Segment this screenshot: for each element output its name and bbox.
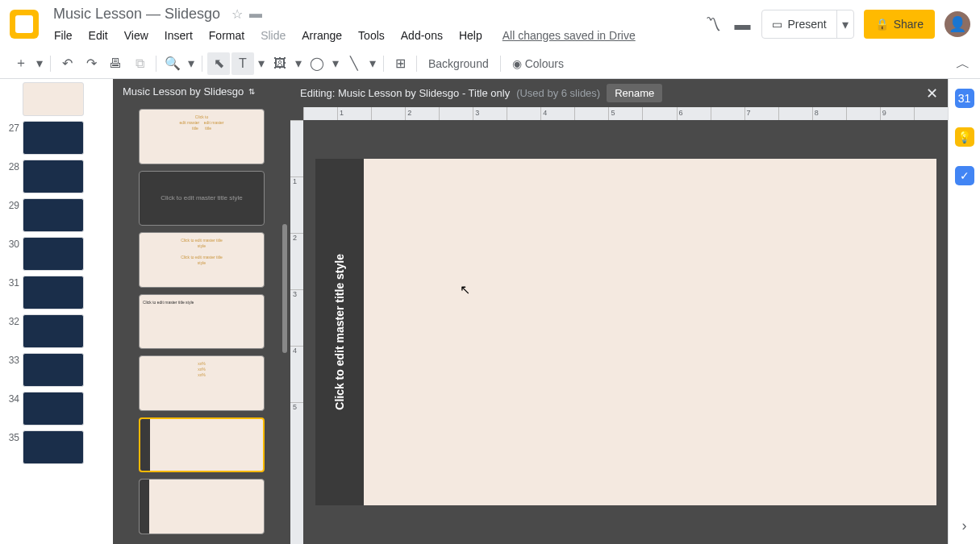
move-icon[interactable]: ▬ <box>249 6 262 21</box>
slide-thumbnail[interactable] <box>23 392 84 426</box>
master-scrollbar[interactable] <box>282 224 287 353</box>
background-button[interactable]: Background <box>422 57 495 70</box>
menu-format[interactable]: Format <box>203 26 250 45</box>
canvas-area[interactable]: Click to edit master title style <box>303 120 948 544</box>
slide-thumbnail[interactable] <box>23 276 84 309</box>
doc-title[interactable]: Music Lesson — Slidesgo <box>48 4 225 24</box>
slide-number: 34 <box>3 392 19 405</box>
slide-canvas[interactable]: Click to edit master title style <box>315 159 936 505</box>
expand-sidebar-icon[interactable]: › <box>962 517 967 534</box>
menu-view[interactable]: View <box>119 26 154 45</box>
save-status[interactable]: All changes saved in Drive <box>503 29 636 42</box>
title-placeholder[interactable]: Click to edit master title style <box>333 254 346 410</box>
slide-number <box>3 82 19 84</box>
palette-icon: ◉ <box>512 57 522 70</box>
tasks-sidebar-icon[interactable]: ✓ <box>955 166 974 185</box>
vertical-ruler[interactable]: 12345 <box>290 120 303 544</box>
slide-thumbnail[interactable] <box>23 82 84 116</box>
filmstrip[interactable]: 272829303132333435 <box>0 79 113 544</box>
present-icon: ▭ <box>772 18 782 31</box>
slide-thumbnail[interactable] <box>23 198 84 232</box>
slide-number: 32 <box>3 314 19 327</box>
master-dropdown-icon[interactable]: ⇅ <box>248 87 255 96</box>
select-tool[interactable]: ⬉ <box>207 52 230 75</box>
slide-thumbnail[interactable] <box>23 353 84 387</box>
slide-thumbnail[interactable] <box>23 160 84 193</box>
slide-thumbnail[interactable] <box>23 121 84 155</box>
close-master-editor[interactable]: ✕ <box>926 85 938 102</box>
slide-number: 35 <box>3 430 19 443</box>
line-tool[interactable]: ╲ <box>343 52 365 75</box>
comments-icon[interactable]: ▬ <box>732 15 752 34</box>
present-label: Present <box>787 18 826 31</box>
colours-button[interactable]: ◉Colours <box>506 57 570 70</box>
horizontal-ruler[interactable]: 123456789 <box>303 107 948 120</box>
account-avatar[interactable]: 👤 <box>945 11 970 37</box>
zoom-button[interactable]: 🔍 <box>161 52 184 75</box>
textbox-tool[interactable]: T <box>231 52 254 75</box>
paint-format-button[interactable]: ⧉ <box>128 52 151 75</box>
keep-sidebar-icon[interactable]: 💡 <box>955 127 974 147</box>
zoom-dropdown[interactable]: ▾ <box>186 52 197 75</box>
master-layout-thumbnail[interactable] <box>139 417 265 473</box>
shape-dropdown[interactable]: ▾ <box>330 52 341 75</box>
master-layout-thumbnail[interactable]: Click to edit master title style <box>139 294 265 350</box>
image-dropdown[interactable]: ▾ <box>293 52 304 75</box>
master-dropdown-title[interactable]: Music Lesson by Slidesgo <box>123 85 244 98</box>
slide-thumbnail[interactable] <box>23 314 84 348</box>
line-dropdown[interactable]: ▾ <box>367 52 378 75</box>
print-button[interactable]: 🖶 <box>104 52 127 75</box>
calendar-sidebar-icon[interactable]: 31 <box>955 89 974 108</box>
menu-addons[interactable]: Add-ons <box>395 26 448 45</box>
share-label: Share <box>894 18 924 31</box>
slide-number: 31 <box>3 276 19 289</box>
textbox-dropdown[interactable]: ▾ <box>256 52 267 75</box>
menu-tools[interactable]: Tools <box>352 26 390 45</box>
menu-help[interactable]: Help <box>453 26 488 45</box>
shape-tool[interactable]: ◯ <box>306 52 328 75</box>
menu-insert[interactable]: Insert <box>159 26 198 45</box>
share-button[interactable]: 🔒 Share <box>864 10 935 39</box>
collapse-toolbar[interactable]: ︿ <box>956 54 970 73</box>
new-slide-dropdown[interactable]: ▾ <box>34 52 45 75</box>
used-by-label: (Used by 6 slides) <box>516 87 600 99</box>
slide-number: 30 <box>3 237 19 250</box>
master-layout-thumbnail[interactable]: xx%xx%xx% <box>139 355 265 411</box>
slide-number: 33 <box>3 353 19 366</box>
slide-number: 28 <box>3 160 19 172</box>
present-dropdown[interactable]: ▾ <box>836 10 853 38</box>
lock-icon: 🔒 <box>875 18 889 31</box>
new-slide-button[interactable]: ＋ <box>10 52 32 75</box>
master-layout-thumbnail[interactable]: Click to edit master title style <box>139 171 265 226</box>
menu-file[interactable]: File <box>48 26 78 45</box>
rename-button[interactable]: Rename <box>607 84 662 102</box>
activity-icon[interactable]: 〽 <box>703 15 723 34</box>
slide-number: 29 <box>3 198 19 211</box>
star-icon[interactable]: ☆ <box>231 6 243 22</box>
image-tool[interactable]: 🖼 <box>269 52 291 75</box>
slide-number: 27 <box>3 121 19 134</box>
master-layout-thumbnail[interactable]: Click to edit master titlestyleClick to … <box>139 232 265 288</box>
menu-slide[interactable]: Slide <box>255 26 291 45</box>
master-layout-thumbnail[interactable] <box>139 479 265 534</box>
master-layout-thumbnail[interactable]: Click toedit master edit mastertitle tit… <box>139 109 265 164</box>
slides-logo[interactable] <box>10 10 39 39</box>
present-button[interactable]: ▭ Present <box>762 18 836 31</box>
undo-button[interactable]: ↶ <box>56 52 78 75</box>
slide-thumbnail[interactable] <box>23 237 84 271</box>
redo-button[interactable]: ↷ <box>80 52 102 75</box>
menu-arrange[interactable]: Arrange <box>296 26 348 45</box>
editing-label: Editing: Music Lesson by Slidesgo - Titl… <box>300 87 510 99</box>
insert-placeholder-button[interactable]: ⊞ <box>389 52 411 75</box>
slide-thumbnail[interactable] <box>23 430 84 464</box>
menu-edit[interactable]: Edit <box>83 26 114 45</box>
